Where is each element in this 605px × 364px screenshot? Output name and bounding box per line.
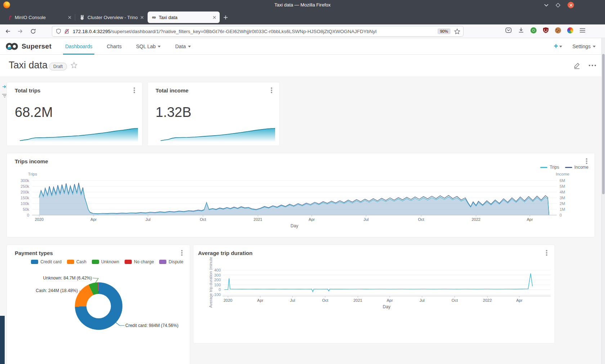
svg-text:2022: 2022 bbox=[483, 298, 492, 302]
svg-text:Jul: Jul bbox=[290, 298, 295, 302]
donut-label-credit-card: Credit card: 984M (74.56%) bbox=[125, 323, 178, 328]
colorful-extension-icon[interactable] bbox=[567, 27, 573, 33]
tab-close-icon[interactable] bbox=[213, 16, 216, 19]
svg-text:2020: 2020 bbox=[35, 217, 44, 222]
window-minimize-icon[interactable] bbox=[544, 3, 548, 7]
url-bar[interactable]: 172.18.0.4:32295/superset/dashboard/1/?n… bbox=[52, 26, 463, 37]
legend-item[interactable]: Credit card bbox=[31, 259, 62, 264]
chart-menu-kebab-icon[interactable] bbox=[269, 87, 274, 94]
svg-text:Income: Income bbox=[556, 172, 569, 176]
extension-green-icon[interactable] bbox=[530, 27, 537, 33]
svg-text:100k: 100k bbox=[21, 201, 29, 206]
tab-close-icon[interactable] bbox=[68, 16, 71, 19]
page-zoom-badge[interactable]: 90% bbox=[438, 28, 451, 34]
legend-item[interactable]: Cash bbox=[67, 259, 86, 264]
donut-label-cash: Cash: 244M (18.48%) bbox=[36, 288, 78, 293]
partially-visible-element bbox=[0, 316, 5, 364]
back-button[interactable] bbox=[4, 27, 12, 36]
more-actions-icon[interactable] bbox=[588, 64, 596, 67]
tab-minio-console[interactable]: MinIO Console bbox=[3, 12, 75, 23]
trino-favicon bbox=[80, 15, 85, 20]
url-text[interactable]: 172.18.0.4:32295/superset/dashboard/1/?n… bbox=[73, 29, 438, 34]
chart-card-avg-trip-duration: Average trip duration 4003002001000-100A… bbox=[193, 245, 555, 343]
superset-infinity-icon bbox=[5, 42, 19, 51]
svg-text:Apr: Apr bbox=[527, 217, 533, 222]
superset-favicon: ∞ bbox=[152, 15, 156, 19]
svg-text:2022: 2022 bbox=[472, 217, 480, 222]
superset-logo[interactable]: Superset bbox=[0, 42, 58, 51]
legend-item[interactable]: No charge bbox=[125, 259, 154, 264]
page-scrollbar[interactable] bbox=[601, 38, 605, 364]
svg-text:4M: 4M bbox=[560, 190, 565, 194]
big-number-value: 1.32B bbox=[156, 105, 191, 120]
window-title: Taxi data — Mozilla Firefox bbox=[0, 0, 605, 10]
svg-text:50k: 50k bbox=[23, 207, 29, 211]
svg-text:0: 0 bbox=[560, 213, 562, 217]
tab-title: MinIO Console bbox=[15, 15, 65, 20]
edit-pencil-icon[interactable] bbox=[573, 62, 581, 69]
window-close-icon[interactable] bbox=[568, 2, 574, 8]
dashboard-header: Taxi data Draft bbox=[0, 55, 605, 76]
svg-text:-100: -100 bbox=[213, 292, 221, 297]
svg-text:Day: Day bbox=[383, 304, 390, 309]
big-number-value: 68.2M bbox=[15, 105, 53, 120]
svg-text:200k: 200k bbox=[21, 190, 29, 194]
pocket-icon[interactable] bbox=[505, 27, 512, 33]
svg-text:Apr: Apr bbox=[516, 298, 522, 302]
window-titlebar: Taxi data — Mozilla Firefox bbox=[0, 0, 605, 10]
trips-income-plot: 300k6M250k5M200k4M150k3M100k2M50k1M00Tri… bbox=[7, 153, 595, 238]
tab-trino-cluster[interactable]: Cluster Overview - Trino bbox=[75, 12, 147, 23]
svg-text:Average trip duration (minute: Average trip duration (minute bbox=[209, 257, 213, 308]
chart-menu-kebab-icon[interactable] bbox=[131, 87, 137, 94]
svg-text:Jul: Jul bbox=[420, 298, 425, 302]
donut-hole bbox=[86, 294, 111, 318]
tab-taxi-data[interactable]: ∞ Taxi data bbox=[148, 12, 220, 23]
nav-data[interactable]: Data bbox=[168, 38, 198, 55]
scrollbar-thumb[interactable] bbox=[602, 54, 605, 194]
chart-title: Total income bbox=[156, 87, 188, 94]
status-badge: Draft bbox=[49, 63, 67, 70]
svg-text:Day: Day bbox=[291, 223, 298, 228]
nav-sql-lab[interactable]: SQL Lab bbox=[129, 38, 168, 55]
add-new-button[interactable]: + bbox=[554, 42, 563, 50]
ublock-origin-icon[interactable] bbox=[543, 27, 549, 33]
nav-dashboards[interactable]: Dashboards bbox=[58, 38, 100, 55]
settings-menu[interactable]: Settings bbox=[572, 44, 596, 49]
svg-text:100: 100 bbox=[214, 283, 221, 287]
avg-trip-duration-plot: 4003002001000-100Average trip duration (… bbox=[193, 245, 555, 344]
chart-title: Payment types bbox=[15, 250, 53, 256]
chart-menu-kebab-icon[interactable] bbox=[179, 249, 185, 256]
tab-title: Cluster Overview - Trino bbox=[88, 15, 138, 20]
reload-button[interactable] bbox=[29, 27, 37, 36]
superset-navbar: Superset Dashboards Charts SQL Lab Data … bbox=[0, 38, 605, 55]
svg-text:300: 300 bbox=[214, 273, 221, 277]
legend-item[interactable]: Dispute bbox=[159, 259, 183, 264]
svg-text:2020: 2020 bbox=[224, 298, 232, 302]
browser-tab-strip: MinIO Console Cluster Overview - Trino ∞… bbox=[0, 10, 605, 24]
legend-item[interactable]: Unknown bbox=[92, 259, 119, 264]
dashboard-content: Total trips 68.2M Total income 1.32B Tri… bbox=[0, 76, 605, 364]
favorite-star-icon[interactable] bbox=[71, 62, 77, 69]
chevron-down-icon bbox=[559, 46, 562, 47]
download-icon[interactable] bbox=[518, 27, 524, 33]
browser-toolbar: 172.18.0.4:32295/superset/dashboard/1/?n… bbox=[0, 24, 605, 38]
cookie-extension-icon[interactable] bbox=[555, 27, 561, 33]
menu-hamburger-icon[interactable] bbox=[579, 28, 586, 33]
svg-text:200: 200 bbox=[214, 278, 221, 282]
svg-text:6M: 6M bbox=[560, 178, 565, 183]
window-maximize-icon[interactable] bbox=[556, 3, 560, 8]
insecure-lock-icon[interactable] bbox=[64, 28, 70, 34]
svg-text:Apr: Apr bbox=[90, 217, 97, 222]
nav-charts[interactable]: Charts bbox=[99, 38, 129, 55]
svg-text:Oct: Oct bbox=[200, 217, 206, 222]
svg-text:3M: 3M bbox=[560, 196, 565, 200]
chart-legend[interactable]: Credit cardCashUnknownNo chargeDispute bbox=[15, 259, 183, 264]
svg-text:Apr: Apr bbox=[387, 298, 393, 302]
forward-button[interactable] bbox=[16, 27, 24, 36]
bookmark-star-icon[interactable] bbox=[454, 28, 460, 35]
new-tab-button[interactable] bbox=[223, 15, 228, 20]
chart-card-payment-types: Payment types Credit cardCashUnknownNo c… bbox=[6, 245, 190, 364]
tracking-shield-icon[interactable] bbox=[56, 28, 61, 34]
svg-text:1M: 1M bbox=[560, 207, 565, 211]
tab-close-icon[interactable] bbox=[140, 16, 144, 19]
